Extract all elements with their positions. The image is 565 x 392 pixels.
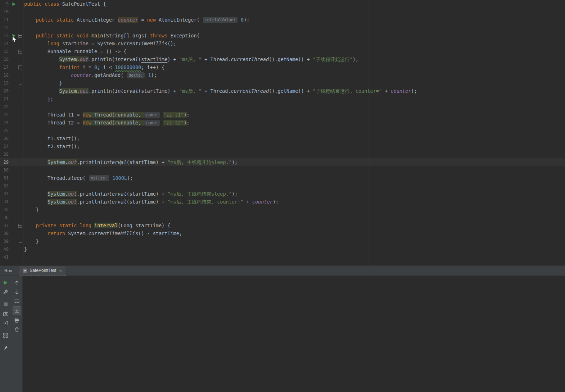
code-line[interactable]: 17 for(int i = 0; i < 100000000; i++) { xyxy=(0,63,565,71)
code-text: System.out.println(interval(startTime) +… xyxy=(24,158,238,166)
code-line[interactable]: 28 xyxy=(0,150,565,158)
line-number[interactable]: 10 xyxy=(0,8,11,16)
code-line[interactable]: 16 System.out.println(interval(startTime… xyxy=(0,55,565,63)
close-tab-icon[interactable]: × xyxy=(59,268,62,273)
line-number[interactable]: 31 xyxy=(0,174,11,182)
code-text: }; xyxy=(24,95,53,103)
run-tab[interactable]: SafePointTest × xyxy=(19,266,65,275)
line-number[interactable]: 21 xyxy=(0,95,11,103)
line-number[interactable]: 35 xyxy=(0,206,11,214)
line-number[interactable]: 40 xyxy=(0,245,11,253)
code-editor[interactable]: 9public class SafePointTest {1011 public… xyxy=(0,0,565,265)
code-line[interactable]: 40} xyxy=(0,245,565,253)
line-number[interactable]: 18 xyxy=(0,71,11,79)
code-line[interactable]: 10 xyxy=(0,8,565,16)
console-output[interactable] xyxy=(22,276,565,392)
fold-collapse-icon[interactable] xyxy=(17,63,23,71)
pin-tab-button[interactable] xyxy=(1,343,10,352)
build-and-restart-button[interactable] xyxy=(1,288,10,296)
line-number[interactable]: 16 xyxy=(0,55,11,63)
code-line[interactable]: 25 xyxy=(0,127,565,135)
line-number[interactable]: 22 xyxy=(0,103,11,111)
line-number[interactable]: 14 xyxy=(0,40,11,47)
line-number[interactable]: 19 xyxy=(0,79,11,87)
clear-all-button[interactable] xyxy=(13,325,21,334)
gutter-space xyxy=(11,142,17,150)
line-number[interactable]: 30 xyxy=(0,166,11,174)
down-stack-trace-button[interactable] xyxy=(13,288,21,296)
code-text: } xyxy=(24,206,39,214)
line-number[interactable]: 37 xyxy=(0,222,11,229)
code-line[interactable]: 41 xyxy=(0,253,565,261)
code-line[interactable]: 13 public static void main(String[] args… xyxy=(0,32,565,40)
line-number[interactable]: 32 xyxy=(0,182,11,190)
code-line[interactable]: 30 xyxy=(0,166,565,174)
fold-end-icon[interactable] xyxy=(17,79,23,87)
line-number[interactable]: 20 xyxy=(0,87,11,95)
line-number[interactable]: 13 xyxy=(0,32,11,40)
line-number[interactable]: 27 xyxy=(0,142,11,150)
code-line[interactable]: 34 System.out.println(interval(startTime… xyxy=(0,198,565,206)
stop-button[interactable] xyxy=(1,300,10,309)
fold-end-icon[interactable] xyxy=(17,206,23,214)
code-line[interactable]: 21 }; xyxy=(0,95,565,103)
code-line[interactable]: 20 System.out.println(interval(startTime… xyxy=(0,87,565,95)
restore-layout-button[interactable] xyxy=(1,319,10,327)
line-number[interactable]: 15 xyxy=(0,47,11,55)
line-number[interactable]: 23 xyxy=(0,111,11,119)
soft-wrap-button[interactable] xyxy=(13,297,21,306)
fold-end-icon[interactable] xyxy=(17,237,23,245)
line-number[interactable]: 36 xyxy=(0,214,11,222)
gutter-space xyxy=(17,24,23,32)
run-gutter-icon[interactable] xyxy=(11,32,17,40)
code-line[interactable]: 29 System.out.println(interval(startTime… xyxy=(0,158,565,166)
line-number[interactable]: 12 xyxy=(0,24,11,32)
code-line[interactable]: 9public class SafePointTest { xyxy=(0,0,565,8)
code-line[interactable]: 32 xyxy=(0,182,565,190)
line-number[interactable]: 39 xyxy=(0,237,11,245)
code-line[interactable]: 14 long startTime = System.currentTimeMi… xyxy=(0,40,565,47)
print-button[interactable] xyxy=(13,316,21,324)
line-number[interactable]: 41 xyxy=(0,253,11,261)
line-number[interactable]: 9 xyxy=(0,0,11,8)
code-line[interactable]: 22 xyxy=(0,103,565,111)
run-gutter-icon[interactable] xyxy=(11,0,17,8)
line-number[interactable]: 28 xyxy=(0,150,11,158)
fold-collapse-icon[interactable] xyxy=(17,222,23,229)
line-number[interactable]: 29 xyxy=(0,158,11,166)
line-number[interactable]: 24 xyxy=(0,119,11,127)
line-number[interactable]: 26 xyxy=(0,135,11,142)
scroll-to-end-button[interactable] xyxy=(13,306,21,315)
line-number[interactable]: 34 xyxy=(0,198,11,206)
rerun-button[interactable] xyxy=(1,278,10,287)
thread-dump-button[interactable] xyxy=(1,309,10,318)
line-number[interactable]: 38 xyxy=(0,229,11,237)
code-line[interactable]: 15 Runnable runnable = () -> { xyxy=(0,47,565,55)
code-line[interactable]: 11 public static AtomicInteger counter =… xyxy=(0,16,565,24)
code-line[interactable]: 36 xyxy=(0,214,565,222)
line-number[interactable]: 33 xyxy=(0,190,11,198)
code-line[interactable]: 26 t1.start(); xyxy=(0,135,565,142)
fold-collapse-icon[interactable] xyxy=(17,47,23,55)
fold-end-icon[interactable] xyxy=(17,95,23,103)
code-line[interactable]: 37 private static long interval(Long sta… xyxy=(0,222,565,229)
code-line[interactable]: 23 Thread t1 = new Thread(runnable, name… xyxy=(0,111,565,119)
code-line[interactable]: 27 t2.start(); xyxy=(0,142,565,150)
fold-collapse-icon[interactable] xyxy=(17,32,23,40)
console-toolbar xyxy=(11,276,22,392)
line-number[interactable]: 25 xyxy=(0,127,11,135)
code-line[interactable]: 33 System.out.println(interval(startTime… xyxy=(0,190,565,198)
code-line[interactable]: 35 } xyxy=(0,206,565,214)
code-line[interactable]: 19 } xyxy=(0,79,565,87)
line-number[interactable]: 11 xyxy=(0,16,11,24)
code-text: System.out.println(interval(startTime) +… xyxy=(24,55,358,63)
code-line[interactable]: 24 Thread t2 = new Thread(runnable, name… xyxy=(0,119,565,127)
code-line[interactable]: 18 counter.getAndAdd( delta: 1); xyxy=(0,71,565,79)
up-stack-trace-button[interactable] xyxy=(13,278,21,287)
line-number[interactable]: 17 xyxy=(0,63,11,71)
code-line[interactable]: 12 xyxy=(0,24,565,32)
console-layout-button[interactable] xyxy=(1,331,10,339)
code-line[interactable]: 31 Thread.sleep( millis: 1000L); xyxy=(0,174,565,182)
code-line[interactable]: 39 } xyxy=(0,237,565,245)
code-line[interactable]: 38 return System.currentTimeMillis() - s… xyxy=(0,229,565,237)
